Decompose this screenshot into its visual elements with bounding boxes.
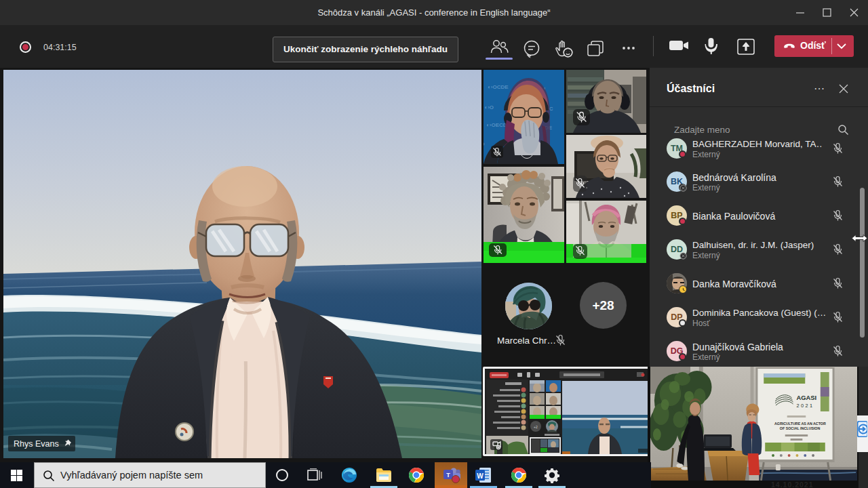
svg-text:OF SOCIAL INCLUSION: OF SOCIAL INCLUSION — [780, 426, 821, 430]
svg-text:Rhys Evans: Rhys Evans — [14, 439, 59, 449]
svg-text:AGASI: AGASI — [796, 394, 816, 401]
svg-text:DE ◐›O: DE ◐›O — [484, 104, 494, 110]
svg-text:2021: 2021 — [796, 403, 814, 409]
svg-text:CD: CD — [484, 141, 485, 147]
svg-text:◐›OECD: ◐›OECD — [486, 122, 507, 128]
svg-text:T: T — [446, 472, 450, 479]
svg-text:AGRICULTURE AS AN ACTOR: AGRICULTURE AS AN ACTOR — [774, 422, 826, 426]
svg-text:◐›OCDE: ◐›OCDE — [488, 84, 509, 90]
svg-text:+2: +2 — [534, 425, 538, 429]
svg-text:W: W — [477, 472, 484, 480]
